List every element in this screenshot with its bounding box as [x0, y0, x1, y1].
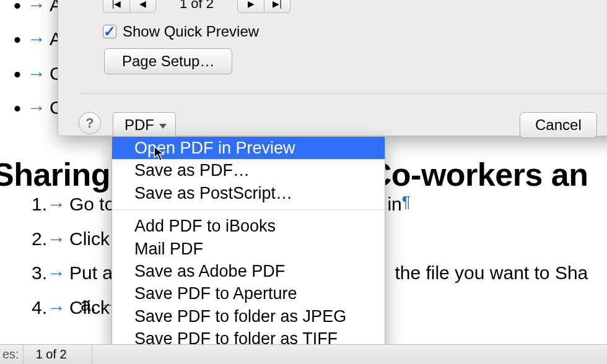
- status-separator: [23, 345, 24, 364]
- pdf-menu: Open PDF in Preview Save as PDF… Save as…: [111, 136, 385, 364]
- menu-item-open-in-preview[interactable]: Open PDF in Preview: [112, 137, 385, 159]
- status-bar: es: 1 of 2: [0, 344, 607, 364]
- bullet-list: →A →A →C →C: [14, 0, 63, 126]
- pdf-dropdown-button[interactable]: PDF: [113, 112, 176, 138]
- last-page-button[interactable]: ▶|: [264, 0, 290, 12]
- menu-item-save-as-jpeg[interactable]: Save PDF to folder as JPEG: [112, 305, 385, 327]
- step-tail: in: [387, 194, 401, 214]
- show-quick-preview-row: ✓ Show Quick Preview: [103, 23, 259, 40]
- dialog-divider: [80, 93, 607, 94]
- page-setup-button[interactable]: Page Setup…: [104, 48, 232, 74]
- menu-item-add-to-ibooks[interactable]: Add PDF to iBooks: [112, 215, 385, 237]
- cancel-button[interactable]: Cancel: [520, 112, 597, 138]
- menu-item-save-as-adobe-pdf[interactable]: Save as Adobe PDF: [112, 260, 385, 282]
- status-page-count: 1 of 2: [27, 347, 67, 362]
- show-quick-preview-label: Show Quick Preview: [123, 23, 259, 40]
- tab-arrow-icon: →: [27, 28, 46, 49]
- menu-item-save-to-aperture[interactable]: Save PDF to Aperture: [112, 282, 385, 305]
- tab-arrow-icon: →: [27, 97, 46, 118]
- prev-page-button[interactable]: ◀: [129, 0, 155, 12]
- chevron-down-icon: [159, 124, 167, 129]
- step-tail: the file you want to Sha: [395, 262, 588, 283]
- tab-arrow-icon: →: [27, 63, 46, 84]
- pilcrow-icon: ¶: [402, 193, 411, 211]
- next-page-button[interactable]: ▶: [238, 0, 264, 12]
- status-label-left: es:: [0, 347, 19, 362]
- pdf-button-label: PDF: [124, 116, 154, 134]
- menu-separator: [112, 209, 385, 210]
- help-button[interactable]: ?: [79, 112, 101, 134]
- tab-arrow-icon: →: [27, 0, 46, 15]
- first-page-button[interactable]: |◀: [103, 0, 129, 12]
- status-separator: [92, 345, 92, 364]
- menu-item-save-as-postscript[interactable]: Save as PostScript…: [112, 182, 385, 204]
- page-navigation: |◀ ◀ 1 of 2 ▶ ▶|: [103, 0, 290, 13]
- show-quick-preview-checkbox[interactable]: ✓: [103, 25, 116, 38]
- menu-item-mail-pdf[interactable]: Mail PDF: [112, 238, 385, 260]
- print-dialog: |◀ ◀ 1 of 2 ▶ ▶| ✓ Show Quick Preview Pa…: [58, 0, 607, 136]
- page-indicator: 1 of 2: [180, 0, 214, 12]
- menu-item-save-as-pdf[interactable]: Save as PDF…: [112, 159, 385, 181]
